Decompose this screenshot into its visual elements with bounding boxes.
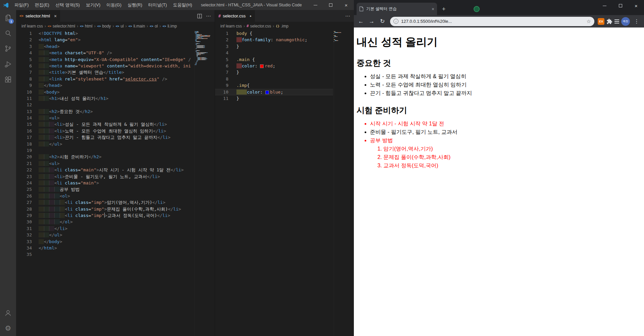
code-line-23[interactable]: 23 <li>준비물 - 필기도구, 필기 노트, 교과서</li>	[16, 173, 194, 180]
code-line-9[interactable]: 9.imp{	[215, 82, 333, 89]
back-button[interactable]: ←	[357, 18, 365, 25]
extensions-puzzle-icon[interactable]	[606, 18, 612, 24]
minimize-button[interactable]	[597, 0, 612, 11]
bookmark-star-icon[interactable]: ☆	[587, 18, 591, 24]
code-line-8[interactable]: 8	[215, 76, 333, 82]
menu-item[interactable]: 실행(R)	[124, 0, 145, 10]
tab-selector-css[interactable]: # selector.css ●	[215, 10, 255, 22]
code-line-10[interactable]: 10 color: blue;	[215, 89, 333, 95]
code-line-11[interactable]: 11}	[215, 95, 333, 102]
code-line-4[interactable]: 4	[215, 50, 333, 56]
breadcrumb-item[interactable]: ol	[155, 24, 158, 29]
new-tab-button[interactable]: +	[439, 4, 448, 14]
code-editor-html[interactable]: 1<!DOCTYPE html>2<html lang="en">3 <head…	[16, 30, 215, 336]
code-line-21[interactable]: 21 <ul>	[16, 160, 194, 167]
code-line-18[interactable]: 18 </ul>	[16, 141, 194, 147]
close-button[interactable]: ×	[628, 0, 644, 11]
menu-item[interactable]: 보기(V)	[83, 0, 103, 10]
code-line-5[interactable]: 5.main {	[215, 56, 333, 63]
code-line-28[interactable]: 28 <li class="imp">문제집 풀이(수학,과학,사회)</li>	[16, 206, 194, 212]
code-line-2[interactable]: 2<html lang="en">	[16, 37, 194, 43]
extensions-icon[interactable]	[0, 72, 16, 87]
code-line-22[interactable]: 22 <li class="main">시작 시기 - 시험 시작 약 1달 전…	[16, 167, 194, 173]
extension-ex-icon[interactable]: EX	[598, 18, 604, 25]
breadcrumb-item[interactable]: body	[102, 24, 111, 29]
code-line-31[interactable]: 31 </li>	[16, 225, 194, 232]
extension-status-icon[interactable]	[474, 6, 480, 12]
menu-item[interactable]: 선택 영역(S)	[52, 0, 83, 10]
minimap[interactable]	[195, 30, 215, 336]
code-line-7[interactable]: 7}	[215, 69, 333, 75]
code-line-4[interactable]: 4 <meta charset="UTF-8" />	[16, 50, 194, 56]
code-line-24[interactable]: 24 <li class="main">	[16, 180, 194, 186]
breadcrumb-item[interactable]: inf learn css	[21, 24, 43, 29]
breadcrumb-item[interactable]: html	[85, 24, 93, 29]
code-line-3[interactable]: 3 <head>	[16, 43, 194, 50]
code-line-26[interactable]: 26 <ol>	[16, 193, 194, 199]
code-line-1[interactable]: 1<!DOCTYPE html>	[16, 30, 194, 37]
code-line-12[interactable]: 12	[16, 102, 194, 108]
source-control-icon[interactable]	[0, 41, 16, 56]
code-line-1[interactable]: 1body {	[215, 30, 333, 37]
profile-avatar[interactable]: 예찬	[621, 17, 630, 26]
breadcrumb-item[interactable]: li.main	[133, 24, 145, 29]
code-line-9[interactable]: 9 </head>	[16, 82, 194, 89]
code-line-6[interactable]: 6 <meta name="viewport" content="width=d…	[16, 63, 194, 69]
breadcrumb-item[interactable]: ul	[120, 24, 123, 29]
reload-button[interactable]: ↻	[378, 18, 387, 25]
code-line-34[interactable]: 34</html>	[16, 245, 194, 251]
code-line-2[interactable]: 2 font-family: nanumgothic;	[215, 37, 333, 43]
code-line-7[interactable]: 7 <title>기본 셀렉터 연습</title>	[16, 69, 194, 75]
explorer-icon[interactable]: 1	[0, 10, 16, 25]
run-debug-icon[interactable]	[0, 56, 16, 72]
address-bar[interactable]: i 127.0.0.1:5500/inf%20le... ☆	[390, 17, 594, 26]
code-line-20[interactable]: 20 <h2>시험 준비하기</h2>	[16, 154, 194, 160]
code-line-16[interactable]: 16 <li>노력 - 모든 수업에 최대한 열심히 임하기</li>	[16, 128, 194, 134]
breadcrumb-item[interactable]: selector.html	[53, 24, 75, 29]
settings-gear-icon[interactable]: ⚙	[0, 321, 16, 336]
minimap[interactable]	[334, 30, 354, 336]
code-line-17[interactable]: 17 <li>끈기 - 힘들고 귀찮다고 멈추지 말고 끝까지</li>	[16, 134, 194, 141]
breadcrumb-item[interactable]: .imp	[281, 24, 288, 29]
forward-button[interactable]: →	[367, 18, 376, 25]
menu-item[interactable]: 터미널(T)	[145, 0, 170, 10]
menu-item[interactable]: 파일(F)	[11, 0, 32, 10]
maximize-button[interactable]	[323, 0, 338, 10]
breadcrumb-item[interactable]: selector.css	[250, 24, 271, 29]
code-line-5[interactable]: 5 <meta http-equiv="X-UA-Compatible" con…	[16, 56, 194, 63]
code-line-14[interactable]: 14 <ul>	[16, 115, 194, 121]
menu-item[interactable]: 도움말(H)	[170, 0, 195, 10]
browser-tab[interactable]: 기본 셀렉터 연습 ×	[357, 3, 437, 15]
code-line-3[interactable]: 3}	[215, 43, 333, 50]
tab-selector-html[interactable]: <> selector.html ×	[16, 10, 60, 22]
browser-menu-icon[interactable]: ⋮	[632, 18, 641, 24]
extension-list-icon[interactable]	[614, 19, 619, 23]
maximize-button[interactable]	[612, 0, 628, 11]
account-icon[interactable]	[0, 305, 16, 321]
code-line-19[interactable]: 19	[16, 147, 194, 154]
minimize-button[interactable]	[308, 0, 323, 10]
code-line-35[interactable]: 35	[16, 251, 194, 258]
menu-item[interactable]: 편집(E)	[32, 0, 52, 10]
code-line-13[interactable]: 13 <h2>중요한 것</h2>	[16, 108, 194, 115]
tab-close-icon[interactable]: ×	[432, 6, 434, 12]
more-actions-icon[interactable]: ⋯	[206, 13, 211, 19]
close-button[interactable]: ×	[338, 0, 354, 10]
modified-dot-icon[interactable]: ●	[250, 14, 251, 18]
url-text[interactable]: 127.0.0.1:5500/inf%20le...	[401, 19, 584, 24]
code-editor-css[interactable]: 1body {2 font-family: nanumgothic;3}45.m…	[215, 30, 354, 336]
code-line-33[interactable]: 33 </body>	[16, 238, 194, 245]
code-line-6[interactable]: 6 color: red;	[215, 63, 333, 69]
code-line-10[interactable]: 10 <body>	[16, 89, 194, 95]
code-line-27[interactable]: 27 <li class="imp">암기(영어,역사,기가)</li>	[16, 199, 194, 206]
code-line-25[interactable]: 25 공부 방법	[16, 186, 194, 192]
site-info-icon[interactable]: i	[393, 19, 398, 24]
search-icon[interactable]	[0, 25, 16, 41]
code-line-8[interactable]: 8 <link rel="stylesheet" href="selector.…	[16, 76, 194, 82]
code-line-11[interactable]: 11 <h1>내신 성적 올리기</h1>	[16, 95, 194, 102]
breadcrumb-item[interactable]: inf learn css	[220, 24, 242, 29]
tab-close-icon[interactable]: ×	[54, 13, 57, 19]
code-line-29[interactable]: 29 <li class="imp">교과서 정독(도덕,국어)</li>	[16, 212, 194, 219]
more-actions-icon[interactable]: ⋯	[345, 13, 351, 19]
menu-item[interactable]: 이동(G)	[103, 0, 124, 10]
